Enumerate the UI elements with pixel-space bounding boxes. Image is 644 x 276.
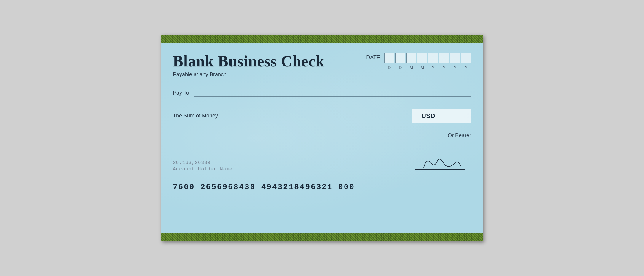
check-title: Blank Business Check xyxy=(173,53,366,70)
account-holder: Account Holder Name xyxy=(173,167,232,172)
header-section: Blank Business Check Payable at any Bran… xyxy=(173,53,471,78)
check-document: Blank Business Check Payable at any Bran… xyxy=(161,35,483,241)
micr-text: 7600 2656968430 4943218496321 000 xyxy=(173,183,355,192)
date-letter-m1: M xyxy=(406,65,416,70)
sum-line[interactable] xyxy=(223,112,401,119)
check-subtitle: Payable at any Branch xyxy=(173,71,366,78)
pay-to-section: Pay To xyxy=(173,90,471,97)
date-box-3[interactable] xyxy=(406,53,416,63)
date-row: DATE xyxy=(366,53,471,63)
pay-to-label: Pay To xyxy=(173,90,189,96)
usd-label: USD xyxy=(421,112,435,119)
date-letter-y4: Y xyxy=(461,65,471,70)
date-section: DATE D D M M xyxy=(366,53,471,70)
or-bearer-label: Or Bearer xyxy=(443,133,471,139)
pay-to-line[interactable] xyxy=(194,90,471,97)
or-bearer-section: Or Bearer xyxy=(173,132,471,139)
date-box-5[interactable] xyxy=(428,53,438,63)
date-letter-d2: D xyxy=(395,65,405,70)
account-section: 20,163,26339 Account Holder Name xyxy=(173,151,471,172)
or-bearer-line xyxy=(173,132,443,139)
date-box-6[interactable] xyxy=(439,53,449,63)
date-letter-y2: Y xyxy=(439,65,449,70)
date-box-7[interactable] xyxy=(450,53,460,63)
signature-graphic xyxy=(406,151,471,172)
usd-box: USD xyxy=(412,109,471,123)
date-boxes xyxy=(384,53,471,63)
account-info: 20,163,26339 Account Holder Name xyxy=(173,160,232,172)
date-letters: D D M M Y Y Y Y xyxy=(384,65,471,70)
border-bottom xyxy=(161,233,483,241)
date-box-1[interactable] xyxy=(384,53,394,63)
sum-section: The Sum of Money USD xyxy=(173,109,471,123)
date-letter-y3: Y xyxy=(450,65,460,70)
signature-section xyxy=(388,151,471,172)
border-top xyxy=(161,35,483,43)
date-box-4[interactable] xyxy=(417,53,427,63)
title-block: Blank Business Check Payable at any Bran… xyxy=(173,53,366,78)
sum-label: The Sum of Money xyxy=(173,113,218,119)
micr-section: 7600 2656968430 4943218496321 000 xyxy=(173,183,471,192)
date-letter-d1: D xyxy=(384,65,394,70)
date-box-2[interactable] xyxy=(395,53,405,63)
date-letter-y1: Y xyxy=(428,65,438,70)
date-label: DATE xyxy=(366,55,380,61)
check-body: Blank Business Check Payable at any Bran… xyxy=(161,43,483,233)
date-letter-m2: M xyxy=(417,65,427,70)
account-number: 20,163,26339 xyxy=(173,160,232,165)
date-box-8[interactable] xyxy=(461,53,471,63)
